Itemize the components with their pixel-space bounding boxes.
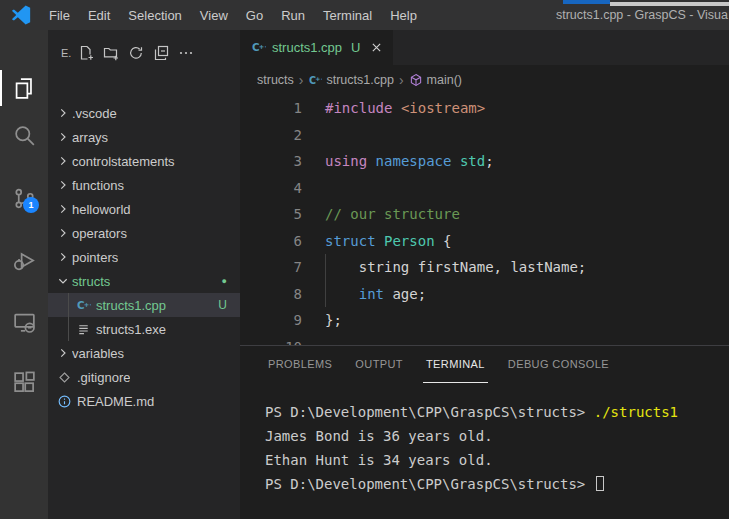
explorer-header: E. — [48, 30, 240, 69]
breadcrumb-item-main[interactable]: main() — [409, 73, 462, 87]
menu-terminal[interactable]: Terminal — [314, 3, 381, 28]
menu-help[interactable]: Help — [381, 3, 426, 28]
code-line-7: 7 string firstName, lastName; — [240, 254, 729, 281]
tree-item-structs1-cpp[interactable]: C++structs1.cppU — [48, 293, 240, 317]
cpp-icon: C++ — [251, 40, 266, 55]
tree-item-label: README.md — [77, 394, 154, 409]
code-token — [367, 153, 375, 169]
tree-item-label: .gitignore — [77, 370, 130, 385]
tree-item-label: structs1.cpp — [96, 298, 166, 313]
new-folder-icon[interactable] — [103, 45, 119, 61]
terminal-text: Ethan Hunt is 34 years old. — [265, 452, 493, 468]
tree-item-operators[interactable]: operators — [48, 221, 240, 245]
code-text: using namespace std; — [302, 148, 494, 175]
new-file-icon[interactable] — [78, 45, 94, 61]
menu-view[interactable]: View — [191, 3, 237, 28]
menu-go[interactable]: Go — [237, 3, 272, 28]
line-number: 1 — [240, 95, 302, 122]
panel-tab-output[interactable]: OUTPUT — [352, 346, 406, 383]
code-token: using — [325, 153, 367, 169]
activity-item-files[interactable] — [0, 64, 48, 112]
code-text: string firstName, lastName; — [302, 254, 586, 281]
chevron-right-icon — [56, 178, 70, 192]
code-line-9: 9}; — [240, 307, 729, 334]
code-text: }; — [302, 307, 342, 334]
refresh-icon[interactable] — [128, 45, 144, 61]
tree-item-structs[interactable]: structs● — [48, 269, 240, 293]
activity-item-run-debug[interactable] — [0, 236, 48, 284]
terminal-output[interactable]: PS D:\Development\CPP\GraspCS\structs> .… — [240, 383, 729, 496]
tree-item-vscode[interactable]: .vscode — [48, 101, 240, 125]
panel: PROBLEMSOUTPUTTERMINALDEBUG CONSOLE PS D… — [240, 345, 729, 519]
tab-modified-badge: U — [351, 40, 360, 55]
tree-item-readme-md[interactable]: README.md — [48, 389, 240, 413]
tree-item-helloworld[interactable]: helloworld — [48, 197, 240, 221]
sidebar-explorer: E. .vscodearrayscontrolstatementsfunctio… — [48, 30, 240, 519]
tree-item-label: arrays — [72, 130, 108, 145]
close-icon[interactable] — [370, 41, 383, 54]
code-token: int — [359, 286, 384, 302]
panel-tab-bar: PROBLEMSOUTPUTTERMINALDEBUG CONSOLE — [240, 346, 729, 383]
chevron-right-icon — [56, 106, 70, 120]
cpp-icon: C++ — [76, 298, 91, 313]
code-text: #include <iostream> — [302, 95, 485, 122]
symbol-method-icon — [409, 73, 423, 87]
chevron-right-icon — [56, 202, 70, 216]
activity-bar: 1 — [0, 30, 48, 519]
breadcrumb-label: structs — [257, 73, 294, 87]
readme-icon — [57, 394, 72, 409]
tree-item-gitignore[interactable]: .gitignore — [48, 365, 240, 389]
code-text — [302, 122, 325, 149]
git-modified-dot: ● — [222, 276, 227, 286]
more-actions-icon[interactable] — [178, 45, 194, 61]
tree-item-label: structs — [72, 274, 110, 289]
breadcrumb-item-structs[interactable]: structs — [257, 73, 294, 87]
panel-tab-terminal[interactable]: TERMINAL — [423, 346, 488, 383]
tab-structs1-cpp[interactable]: C++ structs1.cpp U — [240, 30, 393, 65]
title-bar: FileEditSelectionViewGoRunTerminalHelp s… — [0, 0, 729, 30]
code-token: std — [460, 153, 485, 169]
tree-item-label: pointers — [72, 250, 118, 265]
explorer-title: E. — [61, 47, 71, 59]
code-token: #include — [325, 100, 392, 116]
tree-item-controlstatements[interactable]: controlstatements — [48, 149, 240, 173]
activity-item-extensions[interactable] — [0, 358, 48, 406]
line-number: 6 — [240, 228, 302, 255]
code-line-10: 10 — [240, 334, 729, 346]
activity-item-search[interactable] — [0, 111, 48, 159]
terminal-text: PS D:\Development\CPP\GraspCS\structs> — [265, 476, 594, 492]
tree-item-pointers[interactable]: pointers — [48, 245, 240, 269]
terminal-text: PS D:\Development\CPP\GraspCS\structs> — [265, 404, 594, 420]
code-token — [376, 233, 384, 249]
line-number: 5 — [240, 201, 302, 228]
tree-item-arrays[interactable]: arrays — [48, 125, 240, 149]
code-token: <iostream> — [401, 100, 485, 116]
collapse-all-icon[interactable] — [153, 45, 169, 61]
line-number: 4 — [240, 175, 302, 202]
menu-selection[interactable]: Selection — [119, 3, 190, 28]
activity-item-remote-explorer[interactable] — [0, 298, 48, 346]
svg-text:++: ++ — [316, 75, 323, 82]
chevron-right-icon — [56, 226, 70, 240]
activity-item-source-control[interactable]: 1 — [0, 174, 48, 222]
menu-edit[interactable]: Edit — [79, 3, 119, 28]
tree-item-label: structs1.exe — [96, 322, 166, 337]
code-token — [325, 286, 359, 302]
panel-tab-problems[interactable]: PROBLEMS — [265, 346, 335, 383]
chevron-right-icon — [56, 154, 70, 168]
chevron-right-icon — [56, 250, 70, 264]
tree-item-structs1-exe[interactable]: structs1.exe — [48, 317, 240, 341]
terminal-text: ./structs1 — [594, 404, 678, 420]
exe-file-icon — [76, 322, 91, 337]
menu-file[interactable]: File — [40, 3, 79, 28]
menu-bar: FileEditSelectionViewGoRunTerminalHelp — [40, 3, 426, 28]
line-number: 2 — [240, 122, 302, 149]
menu-run[interactable]: Run — [272, 3, 314, 28]
code-token: Person — [384, 233, 435, 249]
tree-item-functions[interactable]: functions — [48, 173, 240, 197]
code-editor[interactable]: 1#include <iostream>23using namespace st… — [240, 95, 729, 345]
breadcrumb-item-structs1-cpp[interactable]: C++structs1.cpp — [308, 73, 393, 87]
panel-tab-debug-console[interactable]: DEBUG CONSOLE — [505, 346, 612, 383]
run-debug-icon — [13, 249, 36, 272]
tree-item-variables[interactable]: variables — [48, 341, 240, 365]
